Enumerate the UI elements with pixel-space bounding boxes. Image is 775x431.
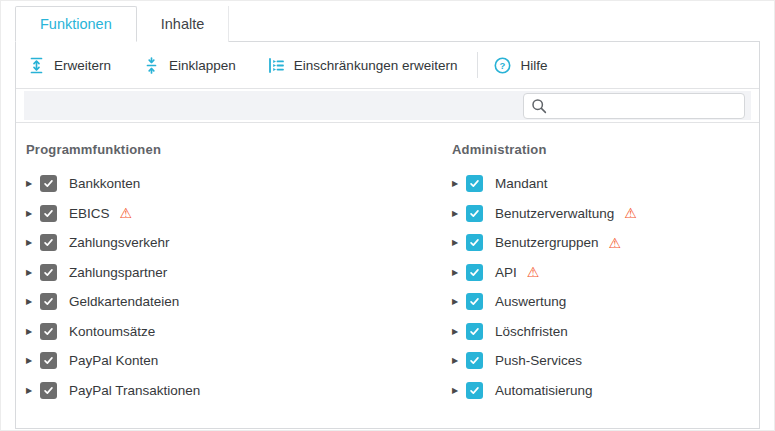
- checkbox[interactable]: [40, 352, 57, 369]
- tree-item: ▶ Zahlungspartner ⚠: [24, 258, 450, 288]
- warning-icon: ⚠: [609, 236, 622, 250]
- column-header: Administration: [452, 142, 759, 157]
- tab-inhalte[interactable]: Inhalte: [137, 6, 230, 42]
- expander-arrow-icon[interactable]: ▶: [450, 297, 466, 306]
- expander-arrow-icon[interactable]: ▶: [450, 386, 466, 395]
- tree-item-label[interactable]: PayPal Transaktionen: [69, 383, 200, 398]
- tree-item: ▶ PayPal Transaktionen ⚠: [24, 376, 450, 406]
- checkbox[interactable]: [40, 264, 57, 281]
- tree-rows: ▶ Bankkonten ⚠ ▶ EBICS ⚠ ▶ Zahlungsverke…: [24, 169, 450, 405]
- expand-restrictions-button[interactable]: Einschränkungen erweitern: [268, 57, 458, 74]
- tree-item-label[interactable]: Bankkonten: [69, 176, 140, 191]
- tree-item-label[interactable]: Mandant: [495, 176, 548, 191]
- checkbox[interactable]: [40, 382, 57, 399]
- collapse-button[interactable]: Einklappen: [143, 57, 236, 74]
- checkbox[interactable]: [466, 352, 483, 369]
- warning-icon: ⚠: [624, 206, 637, 220]
- tree-item-label[interactable]: Benutzerverwaltung: [495, 206, 614, 221]
- tree-item-label[interactable]: Zahlungspartner: [69, 265, 167, 280]
- tree-item: ▶ Benutzerverwaltung ⚠: [450, 199, 759, 229]
- tree-item: ▶ Mandant ⚠: [450, 169, 759, 199]
- checkbox[interactable]: [466, 382, 483, 399]
- tree-item-label[interactable]: Push-Services: [495, 353, 582, 368]
- expand-restrictions-button-label: Einschränkungen erweitern: [294, 58, 458, 73]
- checkbox[interactable]: [40, 234, 57, 251]
- column-header: Programmfunktionen: [26, 142, 450, 157]
- tree-rows: ▶ Mandant ⚠ ▶ Benutzerverwaltung ⚠ ▶ Ben…: [450, 169, 759, 405]
- tree-item-label[interactable]: EBICS: [69, 206, 110, 221]
- toolbar: Erweitern Einklappen Einsch: [16, 42, 759, 89]
- expand-restrictions-icon: [268, 57, 285, 74]
- expander-arrow-icon[interactable]: ▶: [450, 179, 466, 188]
- expander-arrow-icon[interactable]: ▶: [450, 268, 466, 277]
- tree-item: ▶ Bankkonten ⚠: [24, 169, 450, 199]
- help-icon: ?: [494, 57, 511, 74]
- search-box: [523, 93, 745, 119]
- expander-arrow-icon[interactable]: ▶: [24, 386, 40, 395]
- toolbar-separator: [477, 52, 478, 78]
- search-strip: [24, 91, 751, 120]
- expander-arrow-icon[interactable]: ▶: [24, 327, 40, 336]
- expander-arrow-icon[interactable]: ▶: [24, 297, 40, 306]
- expand-button[interactable]: Erweitern: [28, 57, 111, 74]
- checkbox[interactable]: [466, 175, 483, 192]
- tree-item-label[interactable]: Löschfristen: [495, 324, 568, 339]
- expander-arrow-icon[interactable]: ▶: [450, 356, 466, 365]
- tree-item: ▶ EBICS ⚠: [24, 199, 450, 229]
- tree-item-label[interactable]: Benutzergruppen: [495, 235, 599, 250]
- expander-arrow-icon[interactable]: ▶: [450, 209, 466, 218]
- help-button-label: Hilfe: [520, 58, 547, 73]
- tree-item-label[interactable]: PayPal Konten: [69, 353, 158, 368]
- tree-item-label[interactable]: Automatisierung: [495, 383, 593, 398]
- expander-arrow-icon[interactable]: ▶: [450, 238, 466, 247]
- tree-item-label[interactable]: Zahlungsverkehr: [69, 235, 170, 250]
- warning-icon: ⚠: [527, 265, 540, 279]
- permissions-tree: Programmfunktionen ▶ Bankkonten ⚠ ▶ EBIC…: [16, 123, 759, 428]
- tree-item-label[interactable]: Kontoumsätze: [69, 324, 155, 339]
- expander-arrow-icon[interactable]: ▶: [24, 238, 40, 247]
- tree-item-label[interactable]: Auswertung: [495, 294, 566, 309]
- tab-panel: Erweitern Einklappen Einsch: [15, 41, 760, 429]
- checkbox[interactable]: [466, 323, 483, 340]
- expander-arrow-icon[interactable]: ▶: [24, 179, 40, 188]
- expander-arrow-icon[interactable]: ▶: [24, 356, 40, 365]
- expand-button-label: Erweitern: [54, 58, 111, 73]
- expander-arrow-icon[interactable]: ▶: [24, 209, 40, 218]
- search-input[interactable]: [523, 93, 745, 119]
- help-button[interactable]: ? Hilfe: [494, 57, 547, 74]
- expander-arrow-icon[interactable]: ▶: [24, 268, 40, 277]
- tab-strip: Funktionen Inhalte: [15, 6, 229, 42]
- tree-item-label[interactable]: API: [495, 265, 517, 280]
- checkbox[interactable]: [40, 175, 57, 192]
- checkbox[interactable]: [40, 205, 57, 222]
- tree-item: ▶ PayPal Konten ⚠: [24, 346, 450, 376]
- tree-item: ▶ Automatisierung ⚠: [450, 376, 759, 406]
- tree-column: Administration ▶ Mandant ⚠ ▶ Benutzerver…: [450, 142, 759, 428]
- collapse-vertical-icon: [143, 57, 160, 74]
- tree-item: ▶ Benutzergruppen ⚠: [450, 228, 759, 258]
- checkbox[interactable]: [466, 264, 483, 281]
- svg-text:?: ?: [500, 60, 506, 71]
- warning-icon: ⚠: [120, 206, 133, 220]
- tree-item: ▶ Löschfristen ⚠: [450, 317, 759, 347]
- checkbox[interactable]: [466, 293, 483, 310]
- expand-vertical-icon: [28, 57, 45, 74]
- tree-item: ▶ Auswertung ⚠: [450, 287, 759, 317]
- checkbox[interactable]: [466, 234, 483, 251]
- tree-item-label[interactable]: Geldkartendateien: [69, 294, 179, 309]
- tree-item: ▶ API ⚠: [450, 258, 759, 288]
- checkbox[interactable]: [40, 323, 57, 340]
- tab-funktionen[interactable]: Funktionen: [15, 6, 137, 42]
- tree-item: ▶ Zahlungsverkehr ⚠: [24, 228, 450, 258]
- checkbox[interactable]: [40, 293, 57, 310]
- tree-item: ▶ Push-Services ⚠: [450, 346, 759, 376]
- expander-arrow-icon[interactable]: ▶: [450, 327, 466, 336]
- search-bar: [16, 89, 759, 123]
- tree-item: ▶ Kontoumsätze ⚠: [24, 317, 450, 347]
- checkbox[interactable]: [466, 205, 483, 222]
- tree-column: Programmfunktionen ▶ Bankkonten ⚠ ▶ EBIC…: [24, 142, 450, 428]
- tree-item: ▶ Geldkartendateien ⚠: [24, 287, 450, 317]
- collapse-button-label: Einklappen: [169, 58, 236, 73]
